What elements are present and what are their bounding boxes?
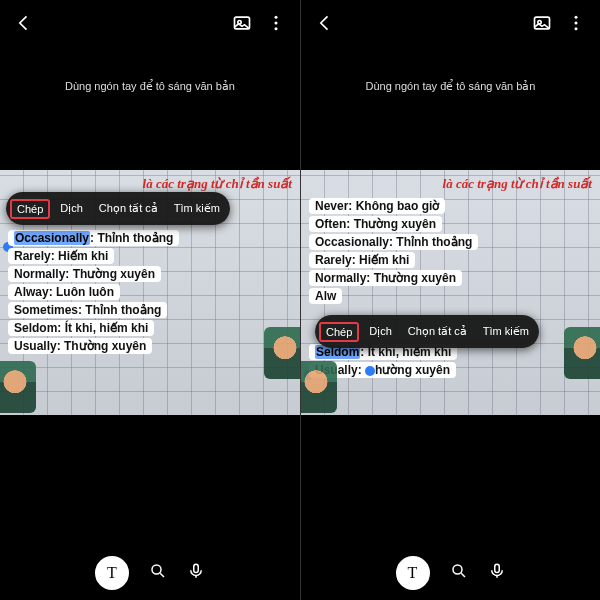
svg-rect-6 <box>194 564 199 572</box>
gallery-icon[interactable] <box>232 13 252 37</box>
mic-icon[interactable] <box>187 562 205 584</box>
text-line[interactable]: Rarely: Hiếm khi <box>8 248 114 264</box>
top-bar <box>301 0 600 44</box>
captured-image[interactable]: là các trạng từ chỉ tần suất Never: Khôn… <box>301 170 600 415</box>
text-line[interactable]: Usually: Thường xuyên <box>8 338 152 354</box>
svg-point-10 <box>575 22 578 25</box>
svg-point-9 <box>575 16 578 19</box>
menu-select-all[interactable]: Chọn tất cả <box>93 198 164 219</box>
back-icon[interactable] <box>14 13 34 37</box>
svg-point-12 <box>453 565 462 574</box>
clipart-clock <box>0 361 36 413</box>
menu-search[interactable]: Tìm kiếm <box>168 198 226 219</box>
gallery-icon[interactable] <box>532 13 552 37</box>
clipart-person <box>564 327 600 379</box>
svg-point-5 <box>152 565 161 574</box>
clipart-person <box>264 327 300 379</box>
svg-rect-13 <box>494 564 499 572</box>
text-line[interactable]: Sometimes: Thỉnh thoảng <box>8 302 167 318</box>
captured-image[interactable]: là các trạng từ chỉ tần suất Chép Dịch C… <box>0 170 300 415</box>
image-heading: là các trạng từ chỉ tần suất <box>443 176 592 192</box>
text-line[interactable]: Occasionally: Thỉnh thoảng <box>309 234 478 250</box>
text-line[interactable]: Never: Không bao giờ <box>309 198 445 214</box>
text-mode-button[interactable]: T <box>95 556 129 590</box>
text-lines: Occasionally: Thỉnh thoảng Rarely: Hiếm … <box>8 230 292 356</box>
text-mode-button[interactable]: T <box>396 556 430 590</box>
text-lines: Never: Không bao giờ Often: Thường xuyên… <box>309 198 592 380</box>
hint-text: Dùng ngón tay để tô sáng văn bản <box>0 44 300 133</box>
selected-word: Occasionally <box>14 231 90 245</box>
more-icon[interactable] <box>266 13 286 37</box>
selected-text-line[interactable]: Occasionally: Thỉnh thoảng <box>8 230 179 246</box>
selection-handle-end[interactable] <box>365 366 375 376</box>
text-line[interactable]: Seldom: Ít khi, hiếm khi <box>8 320 154 336</box>
back-icon[interactable] <box>315 13 335 37</box>
svg-point-4 <box>275 27 278 30</box>
menu-translate[interactable]: Dịch <box>363 321 398 342</box>
text-context-menu: Chép Dịch Chọn tất cả Tìm kiếm <box>315 315 539 348</box>
image-heading: là các trạng từ chỉ tần suất <box>143 176 292 192</box>
pane-left: Dùng ngón tay để tô sáng văn bản là các … <box>0 0 300 600</box>
top-bar <box>0 0 300 44</box>
search-icon[interactable] <box>450 562 468 584</box>
hint-text: Dùng ngón tay để tô sáng văn bản <box>301 44 600 133</box>
svg-point-2 <box>275 16 278 19</box>
svg-point-3 <box>275 22 278 25</box>
text-line[interactable]: Normally: Thường xuyên <box>8 266 161 282</box>
menu-select-all[interactable]: Chọn tất cả <box>402 321 473 342</box>
text-line[interactable]: Alway: Luôn luôn <box>8 284 120 300</box>
text-line[interactable]: Normally: Thường xuyên <box>309 270 462 286</box>
bottom-toolbar: T <box>0 556 300 590</box>
svg-point-11 <box>575 27 578 30</box>
text-line[interactable]: Rarely: Hiếm khi <box>309 252 415 268</box>
more-icon[interactable] <box>566 13 586 37</box>
pane-right: Dùng ngón tay để tô sáng văn bản là các … <box>300 0 600 600</box>
clipart-clock <box>301 361 337 413</box>
search-icon[interactable] <box>149 562 167 584</box>
text-line[interactable]: Alw <box>309 288 342 304</box>
bottom-toolbar: T <box>301 556 600 590</box>
menu-translate[interactable]: Dịch <box>54 198 89 219</box>
menu-copy[interactable]: Chép <box>319 322 359 342</box>
text-line[interactable]: Often: Thường xuyên <box>309 216 442 232</box>
mic-icon[interactable] <box>488 562 506 584</box>
text-context-menu: Chép Dịch Chọn tất cả Tìm kiếm <box>6 192 230 225</box>
menu-copy[interactable]: Chép <box>10 199 50 219</box>
menu-search[interactable]: Tìm kiếm <box>477 321 535 342</box>
